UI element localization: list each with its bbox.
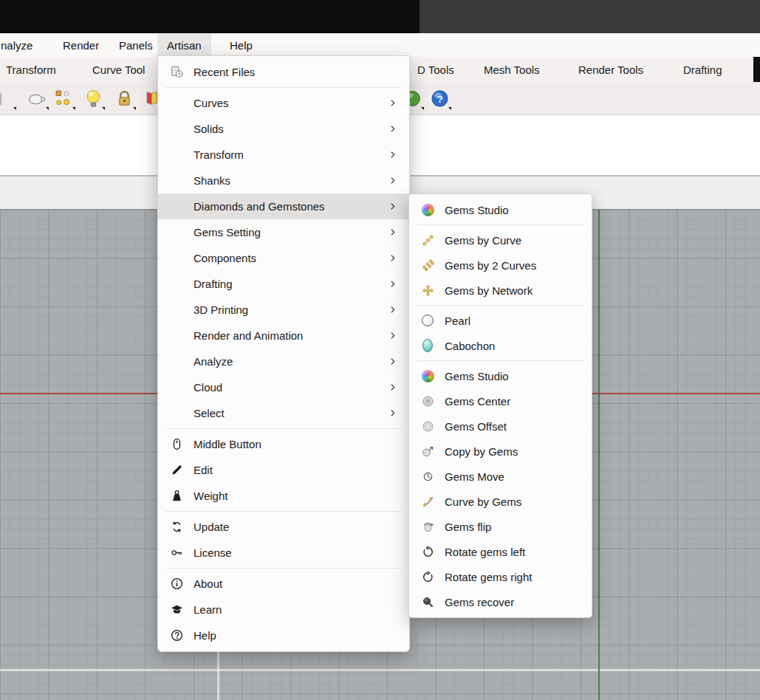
gems-by-network-icon — [420, 283, 436, 298]
blank-icon — [168, 122, 185, 137]
blank-icon — [168, 148, 185, 162]
menu-item-gems-center[interactable]: Gems Center — [409, 388, 592, 414]
toolbar-tab-curve-tool[interactable]: Curve Tool — [92, 57, 145, 82]
toolbar-tab-transform[interactable]: Transform — [6, 57, 56, 82]
cabochon-icon — [420, 338, 436, 353]
menu-item-label: Gems by Network — [445, 284, 586, 297]
menu-item-help[interactable]: Help — [158, 622, 409, 648]
menu-item-analyze[interactable]: Analyze — [158, 349, 409, 374]
pearl-icon — [420, 313, 436, 328]
menubar-item-render[interactable]: Render — [53, 33, 109, 57]
rotate-gems-right-icon — [420, 569, 436, 584]
menu-item-gems-move[interactable]: Gems Move — [409, 464, 592, 489]
menu-item-cloud[interactable]: Cloud — [158, 374, 409, 400]
menu-item-label: Gems Setting — [194, 226, 387, 239]
pencil-icon — [168, 463, 185, 478]
menu-item-edit[interactable]: Edit — [158, 457, 409, 483]
menu-item-middle-button[interactable]: Middle Button — [158, 431, 409, 457]
menu-item-render-and-animation[interactable]: Render and Animation — [158, 323, 409, 349]
menu-item-gems-by-network[interactable]: Gems by Network — [409, 278, 592, 303]
gems-offset-icon — [420, 419, 436, 433]
gems-recover-icon — [420, 594, 436, 609]
menubar-item-artisan[interactable]: Artisan — [157, 33, 211, 57]
menu-item-gems-setting[interactable]: Gems Setting — [158, 219, 409, 245]
update-icon — [168, 520, 185, 535]
gems-move-icon — [420, 469, 436, 484]
ellipse-tool-icon[interactable] — [24, 85, 50, 111]
menu-item-copy-by-gems[interactable]: Copy by Gems — [409, 439, 592, 464]
blank-icon — [168, 199, 185, 214]
partial-tool-icon[interactable] — [0, 85, 18, 111]
toolbar-tab-mesh-tools[interactable]: Mesh Tools — [484, 57, 540, 82]
toolbar-tab-render-tools[interactable]: Render Tools — [578, 57, 643, 82]
menu-item-learn[interactable]: Learn — [158, 597, 409, 622]
menu-item-label: Gems recover — [445, 596, 586, 608]
chevron-right-icon — [387, 278, 399, 290]
menubar-item-panels[interactable]: Panels — [109, 33, 162, 57]
menu-item-3d-printing[interactable]: 3D Printing — [158, 297, 409, 323]
menu-item-gems-recover[interactable]: Gems recover — [409, 589, 592, 614]
menu-item-components[interactable]: Components — [158, 245, 409, 271]
gems-by-curve-icon — [420, 233, 436, 247]
menu-item-curve-by-gems[interactable]: Curve by Gems — [409, 489, 592, 514]
menu-item-gems-studio[interactable]: Gems Studio — [409, 197, 592, 222]
menu-item-update[interactable]: Update — [158, 514, 409, 540]
lock-icon[interactable] — [111, 85, 137, 111]
menu-item-shanks[interactable]: Shanks — [158, 168, 409, 193]
menu-item-license[interactable]: License — [158, 540, 409, 566]
menu-bar: nalyzeRenderPanelsArtisanHelp — [0, 33, 760, 58]
menu-item-rotate-gems-left[interactable]: Rotate gems left — [409, 539, 592, 564]
blank-icon — [168, 329, 185, 343]
menu-item-select[interactable]: Select — [158, 400, 409, 426]
menu-item-curves[interactable]: Curves — [158, 90, 409, 116]
menu-item-drafting[interactable]: Drafting — [158, 271, 409, 297]
menu-item-diamonds-and-gemstones[interactable]: Diamonds and Gemstones — [158, 193, 409, 219]
menu-item-weight[interactable]: Weight — [158, 483, 409, 509]
menu-item-label: Analyze — [194, 355, 387, 368]
menu-item-label: Help — [194, 629, 403, 642]
toolbar-tab-d-tools[interactable]: D Tools — [417, 57, 454, 82]
menu-separator — [417, 360, 584, 361]
menu-item-gems-by-curve[interactable]: Gems by Curve — [409, 227, 592, 253]
menu-item-label: Copy by Gems — [445, 445, 586, 458]
chevron-right-icon — [387, 253, 399, 264]
chevron-right-icon — [387, 227, 399, 239]
menu-item-label: Edit — [194, 464, 403, 476]
menu-item-label: Drafting — [194, 278, 387, 290]
gems-flip-icon — [420, 519, 436, 534]
menu-item-solids[interactable]: Solids — [158, 116, 409, 142]
lightbulb-icon[interactable] — [80, 85, 106, 111]
menu-item-gems-offset[interactable]: Gems Offset — [409, 414, 592, 439]
menubar-item-help[interactable]: Help — [220, 33, 262, 57]
help-button-icon[interactable]: ? — [426, 85, 453, 111]
chevron-right-icon — [387, 201, 399, 213]
menu-item-transform[interactable]: Transform — [158, 142, 409, 168]
menu-item-label: Gems Center — [445, 395, 586, 408]
menu-item-label: Gems by Curve — [445, 234, 586, 247]
help-question-icon — [168, 628, 185, 643]
title-bar — [0, 0, 760, 33]
menu-item-rotate-gems-right[interactable]: Rotate gems right — [409, 564, 592, 589]
menu-item-recent-files[interactable]: Recent Files — [158, 59, 409, 85]
menu-item-label: Diamonds and Gemstones — [194, 200, 387, 213]
menu-item-pearl[interactable]: Pearl — [409, 308, 592, 333]
learn-icon — [168, 603, 185, 617]
points-tool-icon[interactable] — [50, 85, 77, 111]
menu-item-gems-by-2-curves[interactable]: Gems by 2 Curves — [409, 253, 592, 278]
recent-files-icon — [168, 65, 185, 80]
toolbar-tab-drafting[interactable]: Drafting — [683, 57, 722, 82]
menu-item-about[interactable]: About — [158, 571, 409, 597]
menu-item-cabochon[interactable]: Cabochon — [409, 333, 592, 358]
menu-item-label: Gems Studio — [445, 370, 586, 382]
menu-separator — [417, 224, 584, 225]
menu-item-label: Gems Offset — [445, 420, 586, 433]
svg-text:?: ? — [437, 93, 442, 104]
weight-icon — [168, 489, 185, 504]
menu-item-label: Shanks — [194, 174, 387, 187]
menu-item-gems-studio[interactable]: Gems Studio — [409, 363, 592, 388]
chevron-right-icon — [387, 330, 399, 342]
y-axis-green-line — [598, 210, 600, 700]
menubar-item-nalyze[interactable]: nalyze — [0, 33, 42, 57]
menu-item-label: License — [194, 546, 403, 559]
menu-item-gems-flip[interactable]: Gems flip — [409, 514, 592, 539]
